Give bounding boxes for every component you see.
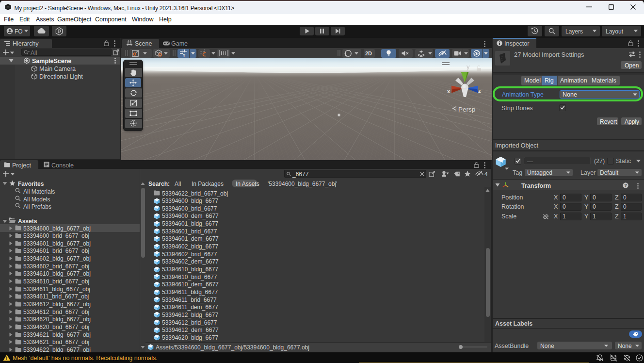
svg-text:?: ? (625, 183, 628, 188)
svg-text:z: z (478, 88, 481, 94)
svg-text:Y: Y (183, 53, 186, 57)
svg-text:y: y (467, 63, 470, 70)
svg-text:x: x (447, 88, 451, 94)
svg-text:Persp: Persp (458, 106, 475, 113)
